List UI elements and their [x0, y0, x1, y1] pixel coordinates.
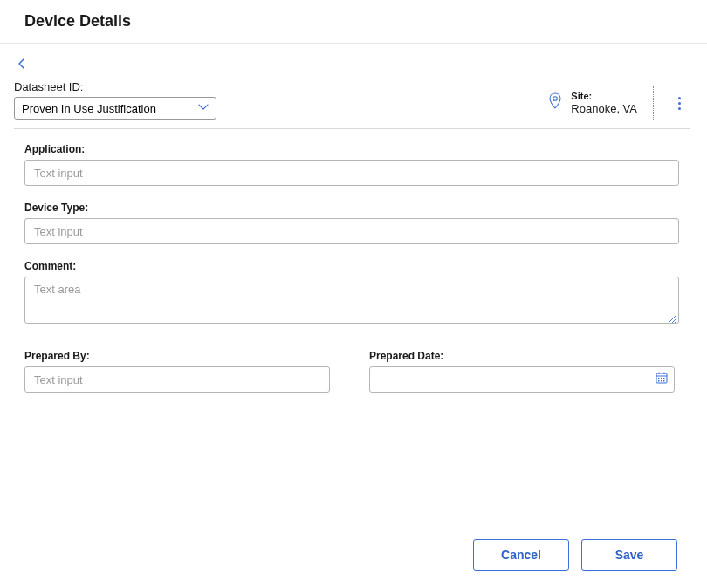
prepared-by-input[interactable]: [24, 366, 330, 393]
location-pin-icon: [548, 92, 562, 113]
prepared-by-label: Prepared By:: [24, 350, 334, 362]
prepared-by-field: Prepared By:: [24, 350, 334, 393]
application-label: Application:: [24, 143, 679, 155]
two-col-row: Prepared By: Prepared Date:: [24, 350, 679, 393]
datasheet-select-wrap: Proven In Use Justification: [14, 97, 216, 120]
prepared-date-wrap: [369, 366, 675, 393]
back-icon[interactable]: [14, 56, 30, 75]
comment-label: Comment:: [24, 260, 679, 272]
divider: [653, 86, 654, 120]
site-text: Site: Roanoke, VA: [571, 91, 637, 116]
application-field: Application:: [24, 143, 679, 186]
datasheet-label: Datasheet ID:: [14, 80, 216, 93]
save-button[interactable]: Save: [581, 539, 677, 571]
page-header: Device Details: [0, 0, 707, 44]
svg-point-0: [553, 97, 558, 101]
device-type-label: Device Type:: [24, 202, 679, 214]
comment-field: Comment:: [24, 260, 679, 324]
datasheet-block: Datasheet ID: Proven In Use Justificatio…: [14, 80, 216, 120]
form-area: Application: Device Type: Comment: Prepa…: [14, 143, 690, 393]
site-inner: Site: Roanoke, VA: [548, 91, 637, 116]
content-area: Datasheet ID: Proven In Use Justificatio…: [0, 44, 707, 393]
device-type-field: Device Type:: [24, 202, 679, 244]
device-type-input[interactable]: [24, 218, 679, 244]
divider: [532, 86, 532, 120]
page-title: Device Details: [24, 12, 690, 31]
cancel-button[interactable]: Cancel: [473, 539, 569, 571]
top-row: Datasheet ID: Proven In Use Justificatio…: [14, 80, 690, 129]
more-options-icon[interactable]: [669, 92, 690, 115]
site-block: Site: Roanoke, VA: [516, 86, 690, 120]
footer-actions: Cancel Save: [473, 539, 677, 571]
prepared-date-label: Prepared Date:: [369, 350, 679, 362]
site-label: Site:: [571, 91, 637, 102]
datasheet-select[interactable]: Proven In Use Justification: [14, 97, 216, 120]
prepared-date-field: Prepared Date:: [369, 350, 679, 393]
site-value: Roanoke, VA: [571, 102, 637, 116]
application-input[interactable]: [24, 160, 679, 186]
comment-textarea[interactable]: [24, 277, 679, 324]
prepared-date-input[interactable]: [369, 366, 675, 393]
